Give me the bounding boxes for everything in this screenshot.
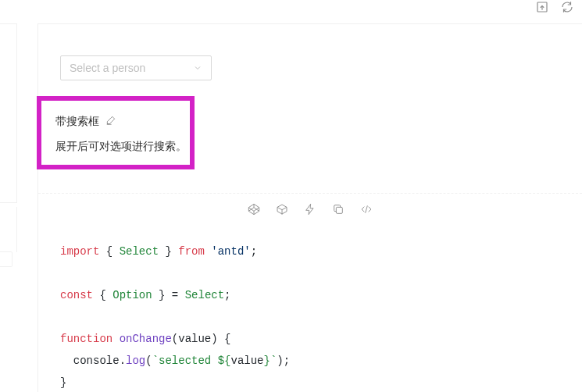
example-description: 展开后可对选项进行搜索。 (55, 140, 176, 154)
code-token: onChange (120, 333, 172, 345)
code-token: from (178, 245, 205, 258)
code-token: Select (120, 245, 159, 258)
adjacent-card-fragment-3 (0, 251, 12, 267)
code-token: `selected (152, 355, 218, 367)
edit-icon[interactable] (105, 115, 116, 129)
example-title: 带搜索框 (55, 115, 99, 129)
code-token: Option (112, 289, 152, 301)
code-token: value (178, 333, 211, 345)
description-highlight-box: 带搜索框 展开后可对选项进行搜索。 (37, 96, 195, 169)
code-token: 'antd' (211, 245, 250, 258)
adjacent-card-fragment-2 (0, 207, 17, 252)
code-token: log (126, 355, 145, 367)
refresh-icon[interactable] (560, 0, 574, 17)
person-select[interactable]: Select a person (60, 55, 212, 80)
code-fade-overlay (38, 384, 582, 392)
adjacent-card-fragment (0, 23, 17, 203)
chevron-down-icon (193, 63, 202, 73)
code-token: value (230, 355, 263, 367)
code-token: console (73, 355, 120, 367)
codepen-icon[interactable] (248, 203, 260, 216)
svg-rect-2 (336, 207, 342, 213)
code-token: Select (185, 289, 224, 301)
action-toolbar (38, 193, 582, 225)
code-block: import { Select } from 'antd'; const { O… (38, 225, 582, 392)
code-toggle-icon[interactable] (360, 203, 373, 216)
select-placeholder: Select a person (70, 62, 145, 74)
export-icon[interactable] (535, 0, 549, 17)
codesandbox-icon[interactable] (276, 203, 288, 216)
stackblitz-icon[interactable] (304, 203, 316, 216)
example-demo-area: Select a person 带搜索框 展开后可对选项进行搜索。 (38, 24, 582, 193)
code-token: function (60, 333, 112, 345)
code-token: import (60, 245, 99, 258)
copy-icon[interactable] (332, 203, 345, 216)
code-token: const (60, 289, 93, 301)
example-card: Select a person 带搜索框 展开后可对选项进行搜索。 (37, 23, 582, 392)
